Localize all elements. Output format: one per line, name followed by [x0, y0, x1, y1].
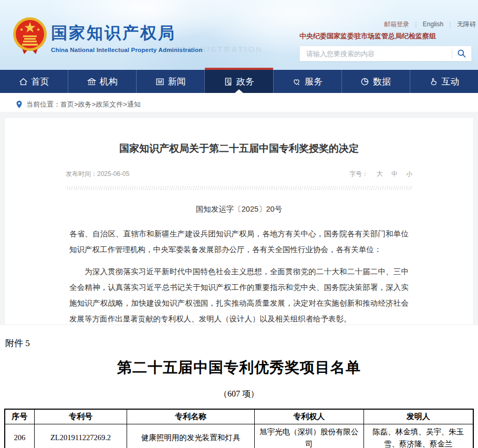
interact-hand-icon — [429, 77, 438, 86]
cell-serial: 206 — [5, 424, 34, 448]
header-serial: 序号 — [5, 409, 34, 424]
link-separator: | — [415, 20, 417, 28]
service-heart-icon — [292, 77, 301, 86]
article-body: 各省、自治区、直辖市和新疆生产建设兵团知识产权局，各地方有关中心，国务院各有关部… — [69, 226, 409, 325]
header-inventors: 发明人 — [363, 409, 473, 424]
publish-time: 发布时间：2025-06-05 — [66, 170, 129, 179]
article-card: 国家知识产权局关于第二十五届中国专利奖授奖的决定 发布时间：2025-06-05… — [4, 117, 474, 325]
nav-label: 数据 — [373, 76, 391, 88]
article-paragraph: 为深入贯彻落实习近平新时代中国特色社会主义思想，全面贯彻党的二十大和二十届二中、… — [69, 264, 409, 325]
attachment-count: （607 项） — [0, 389, 478, 400]
national-emblem-icon — [13, 16, 47, 56]
publish-label: 发布时间： — [66, 170, 97, 178]
publish-date: 2025-06-05 — [97, 170, 129, 178]
attachment-label: 附件 5 — [5, 337, 478, 349]
header-patent-number: 专利号 — [34, 409, 127, 424]
link-separator: | — [450, 20, 451, 28]
nav-item-service[interactable]: 服务 — [273, 70, 341, 93]
content-area: 当前位置： 首页>政务>政策文件>通知 国家知识产权局关于第二十五届中国专利奖授… — [0, 97, 478, 325]
table-row: 206 ZL201911227269.2 健康照明用的发光装置和灯具 旭宇光电（… — [5, 424, 473, 448]
header-right: 邮箱登录 | English | 无障碍 中央纪委国家监委驻市场监管总局纪检监察… — [299, 20, 476, 61]
nav-item-data[interactable]: 数据 — [341, 70, 410, 93]
nav-item-org[interactable]: 机构 — [68, 70, 136, 93]
fontsize-medium-button[interactable]: 中 — [391, 170, 398, 178]
top-links: 邮箱登录 | English | 无障碍 — [299, 20, 476, 29]
nav-label: 互动 — [441, 76, 459, 88]
nav-label: 首页 — [32, 76, 49, 88]
fontsize-controls: 字号：大中小 — [349, 170, 412, 179]
nav-item-government[interactable]: 政务 — [204, 70, 273, 93]
attachment-section: 附件 5 第二十五届中国专利优秀奖项目名单 （607 项） 序号 专利号 专利名… — [0, 325, 478, 448]
site-title: 国家知识产权局 — [51, 22, 202, 44]
active-tab-caret — [235, 89, 243, 93]
document-number: 国知发运字〔2025〕20号 — [5, 204, 473, 214]
breadcrumb: 当前位置： 首页>政务>政策文件>通知 — [0, 97, 478, 112]
data-pie-icon — [360, 77, 369, 86]
english-link[interactable]: English — [423, 20, 443, 28]
fontsize-label: 字号： — [349, 170, 368, 178]
nav-label: 新闻 — [168, 76, 186, 88]
inspection-group-link[interactable]: 中央纪委国家监委驻市场监管总局纪检监察组 — [299, 32, 476, 41]
nav-item-interact[interactable]: 互动 — [410, 70, 478, 93]
nav-label: 服务 — [305, 76, 323, 88]
nav-label: 机构 — [100, 76, 118, 88]
document-icon — [224, 77, 233, 86]
nav-label: 政务 — [236, 76, 254, 88]
award-table: 序号 专利号 专利名称 专利权人 发明人 206 ZL201911227269.… — [4, 409, 474, 448]
page: 国家知识产权局 China National Intellectual Prop… — [0, 0, 478, 448]
location-pin-icon — [16, 100, 23, 109]
header-patent-name: 专利名称 — [127, 409, 255, 424]
search-icon — [457, 49, 466, 58]
cell-patentee: 旭宇光电（深圳）股份有限公司 — [254, 424, 363, 448]
mail-login-link[interactable]: 邮箱登录 — [384, 20, 409, 28]
fontsize-large-button[interactable]: 大 — [377, 170, 383, 178]
site-header: 国家知识产权局 China National Intellectual Prop… — [0, 0, 478, 70]
search-button[interactable] — [452, 46, 471, 61]
search-input[interactable] — [300, 50, 452, 58]
fontsize-small-button[interactable]: 小 — [406, 170, 412, 178]
breadcrumb-path[interactable]: 首页>政务>政策文件>通知 — [60, 100, 141, 109]
bank-icon — [87, 77, 96, 86]
article-paragraph: 各省、自治区、直辖市和新疆生产建设兵团知识产权局，各地方有关中心，国务院各有关部… — [69, 226, 409, 257]
attachment-title: 第二十五届中国专利优秀奖项目名单 — [0, 358, 478, 378]
search-box — [299, 46, 472, 61]
table-header-row: 序号 专利号 专利名称 专利权人 发明人 — [5, 409, 473, 424]
article-title: 国家知识产权局关于第二十五届中国专利奖授奖的决定 — [5, 142, 473, 155]
header-patentee: 专利权人 — [254, 409, 363, 424]
header-watermark: ADMINISTRATION — [173, 45, 263, 54]
nav-item-news[interactable]: 新闻 — [136, 70, 204, 93]
cell-patent-name: 健康照明用的发光装置和灯具 — [127, 424, 255, 448]
cell-patent-number: ZL201911227269.2 — [34, 424, 127, 448]
main-nav: 首页 机构 新闻 政务 服务 数据 — [0, 70, 478, 93]
article-meta: 发布时间：2025-06-05 字号：大中小 — [66, 170, 412, 179]
accessibility-link[interactable]: 无障碍 — [457, 20, 476, 28]
active-tab-accent-bar — [205, 68, 273, 70]
nav-item-home[interactable]: 首页 — [0, 70, 68, 93]
hatched-divider — [66, 186, 412, 190]
breadcrumb-label: 当前位置： — [26, 100, 60, 109]
cell-inventors: 陈磊、林金填、吴宇、朱玉雪、蔡济隆、蔡金兰 — [363, 424, 473, 448]
home-icon — [19, 77, 28, 86]
news-icon — [155, 77, 164, 86]
